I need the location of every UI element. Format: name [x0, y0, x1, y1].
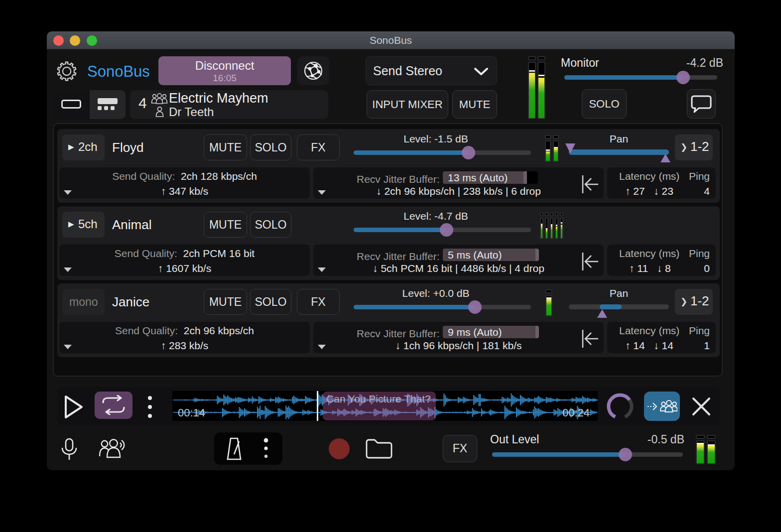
svg-text:00:24: 00:24 — [562, 406, 590, 419]
svg-text:Can You Picture That?: Can You Picture That? — [326, 393, 431, 404]
svg-text:00:14: 00:14 — [178, 406, 205, 419]
